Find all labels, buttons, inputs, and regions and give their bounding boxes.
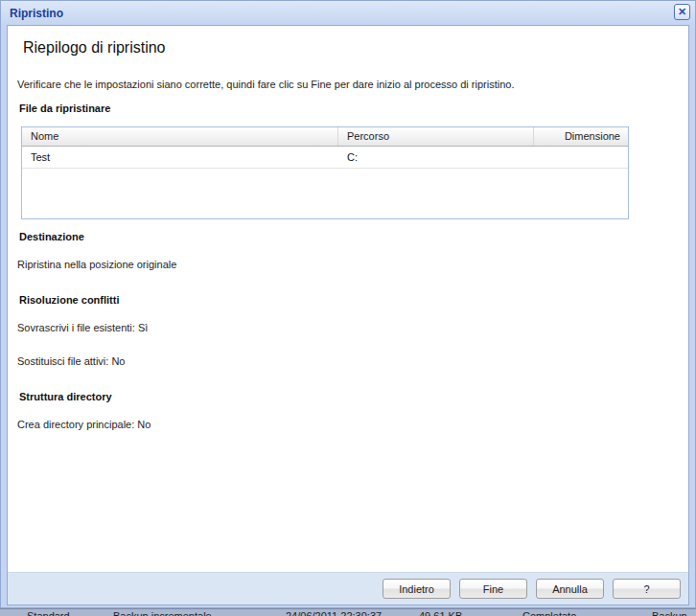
background-fragment: Backup incrementale [113,610,212,616]
background-fragment: Standard [27,610,70,616]
section-destinazione: Destinazione Ripristina nella posizione … [17,231,176,271]
files-table: Nome Percorso Dimensione Test C: [21,126,629,219]
dialog-panel: Riepilogo di ripristino Verificare che l… [7,25,689,605]
annulla-button[interactable]: Annulla [536,579,604,599]
indietro-button[interactable]: Indietro [383,579,451,599]
column-header-percorso[interactable]: Percorso [338,127,534,146]
section-title: Destinazione [19,231,176,243]
page-title: Riepilogo di ripristino [23,39,166,57]
dialog-content: Riepilogo di ripristino Verificare che l… [8,26,688,572]
screen: Ripristino ✕ Riepilogo di ripristino Ver… [0,0,696,616]
section-title: Risoluzione conflitti [19,294,176,307]
cell-nome: Test [22,151,338,163]
files-section-title: File da ripristinare [19,103,110,114]
close-icon[interactable]: ✕ [674,4,690,20]
table-row[interactable]: Test C: [22,147,628,169]
column-header-nome[interactable]: Nome [22,127,338,146]
background-fragment: Backup [652,610,687,616]
fine-button[interactable]: Fine [459,579,527,599]
section-line: Ripristina nella posizione originale [17,259,176,271]
section-title: Struttura directory [19,391,176,403]
dialog-titlebar: Ripristino [1,1,695,25]
section-line: Sovrascrivi i file esistenti: Sì [17,322,176,334]
dialog-title: Ripristino [10,7,63,20]
intro-text: Verificare che le impostazioni siano cor… [17,79,514,90]
background-fragment: Completato [522,610,576,616]
help-button[interactable]: ? [613,579,681,599]
section-line: Crea directory principale: No [17,419,176,431]
column-header-dimensione[interactable]: Dimensione [534,127,628,146]
cell-percorso: C: [338,151,534,163]
button-bar: Indietro Fine Annulla ? [8,572,688,605]
restore-dialog: Ripristino ✕ Riepilogo di ripristino Ver… [0,0,696,608]
files-table-header: Nome Percorso Dimensione [22,127,628,147]
background-fragment: 49.61 KB [419,610,462,616]
section-line: Sostituisci file attivi: No [17,355,176,368]
summary-sections: Destinazione Ripristina nella posizione … [17,231,176,454]
section-struttura-directory: Struttura directory Crea directory princ… [17,391,176,431]
section-risoluzione-conflitti: Risoluzione conflitti Sovrascrivi i file… [17,294,176,368]
background-fragment: 24/06/2011 22:30:37 [286,610,382,616]
background-window-row: Standard Backup incrementale 24/06/2011 … [0,608,696,616]
